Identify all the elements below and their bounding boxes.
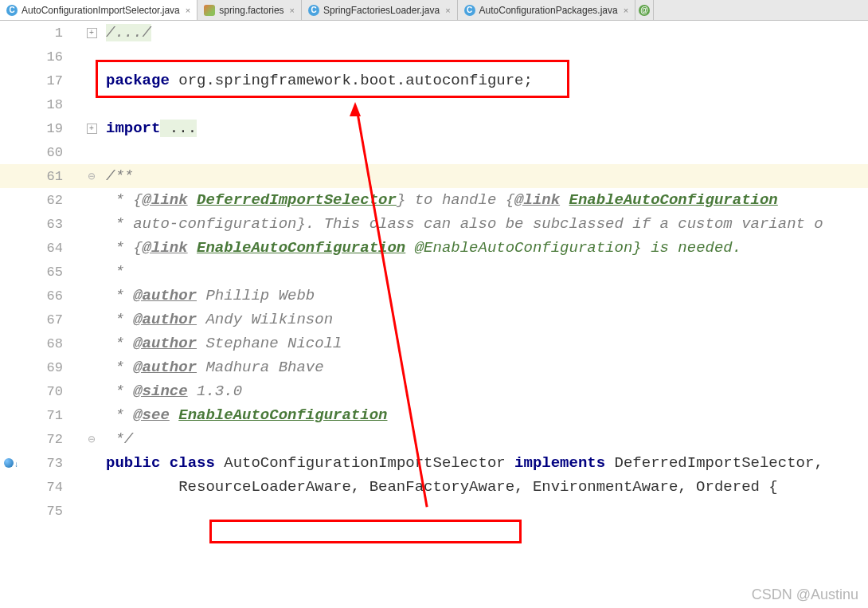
code-line[interactable]: 19 + import ... (0, 116, 868, 140)
tab-spring-factories[interactable]: spring.factories × (197, 0, 302, 20)
code-line[interactable]: 75 (0, 499, 868, 523)
javadoc-since-tag: @since (133, 382, 187, 400)
line-number: 64 (18, 241, 77, 256)
code-line[interactable]: 1 + /.../ (0, 21, 868, 45)
javadoc-tag: @link (143, 239, 188, 257)
fold-end-icon[interactable]: ⊖ (86, 433, 97, 445)
code-line[interactable]: 18 (0, 92, 868, 116)
tab-label: AutoConfigurationImportSelector.java (22, 5, 180, 16)
gutter-breakpoint[interactable]: ↓ (0, 458, 18, 468)
keyword-import: import (106, 120, 160, 137)
code-line[interactable]: 16 (0, 45, 868, 69)
java-class-icon: C (464, 5, 475, 16)
class-name: AutoConfigurationImportSelector (224, 454, 514, 472)
code-editor[interactable]: 1 + /.../ 16 17 package org.springframew… (0, 21, 868, 608)
code-line[interactable]: 72 ⊖ */ (0, 427, 868, 451)
close-icon[interactable]: × (288, 6, 295, 15)
line-number: 70 (18, 384, 77, 399)
fold-collapse-icon[interactable]: ⊖ (86, 171, 97, 182)
run-to-line-icon[interactable]: ↓ (4, 458, 14, 468)
java-class-icon: C (6, 5, 18, 16)
code-line[interactable]: 68 * @author Stephane Nicoll (0, 331, 868, 355)
tab-collapsed[interactable]: @ (635, 0, 654, 20)
javadoc-author-tag: @author (133, 359, 197, 376)
tab-autoconfigurationpackages[interactable]: C AutoConfigurationPackages.java × (458, 0, 636, 20)
fold-expand-icon[interactable]: + (87, 124, 97, 134)
line-number: 62 (18, 193, 77, 208)
javadoc-author-tag: @author (133, 311, 197, 328)
factories-file-icon (204, 5, 215, 16)
tab-autoconfigurationimportselector[interactable]: C AutoConfigurationImportSelector.java × (0, 0, 197, 20)
line-number: 60 (18, 145, 77, 160)
line-number: 74 (18, 480, 77, 495)
tab-label: AutoConfigurationPackages.java (479, 5, 618, 16)
fold-expand-icon[interactable]: + (87, 28, 97, 38)
code-line[interactable]: 63 * auto-configuration}. This class can… (0, 212, 868, 236)
tab-springfactoriesloader[interactable]: C SpringFactoriesLoader.java × (302, 0, 458, 20)
line-number: 69 (18, 360, 77, 375)
highlight-box-classname (209, 520, 522, 543)
code-line[interactable]: ↓ 73 public class AutoConfigurationImpor… (0, 451, 868, 475)
line-number: 72 (18, 432, 77, 447)
folded-comment: /.../ (106, 24, 151, 41)
javadoc-link[interactable]: EnableAutoConfiguration (197, 239, 405, 257)
line-number: 66 (18, 288, 77, 304)
java-class-icon: @ (639, 5, 650, 16)
tab-label: spring.factories (219, 5, 283, 16)
code-line[interactable]: 60 (0, 140, 868, 164)
code-line[interactable]: 70 * @since 1.3.0 (0, 379, 868, 403)
line-number: 63 (18, 217, 77, 232)
javadoc-start: /** (106, 167, 133, 185)
close-icon[interactable]: × (184, 6, 190, 15)
line-number: 68 (18, 336, 77, 351)
javadoc-see-tag: @see (133, 406, 170, 424)
code-line[interactable]: 17 package org.springframework.boot.auto… (0, 69, 868, 92)
javadoc-link[interactable]: EnableAutoConfiguration (569, 191, 778, 209)
line-number: 19 (18, 121, 77, 136)
code-line[interactable]: 64 * {@link EnableAutoConfiguration @Ena… (0, 236, 868, 260)
line-number: 65 (18, 265, 77, 280)
close-icon[interactable]: × (622, 6, 628, 15)
keyword-package: package (106, 72, 170, 89)
line-number: 71 (18, 408, 77, 423)
close-icon[interactable]: × (444, 6, 450, 15)
code-line[interactable]: 62 * {@link DeferredImportSelector} to h… (0, 188, 868, 212)
code-line[interactable]: 71 * @see EnableAutoConfiguration (0, 403, 868, 427)
line-number: 16 (18, 49, 77, 65)
package-name: org.springframework.boot.autoconfigure; (170, 72, 533, 89)
editor-tabs: C AutoConfigurationImportSelector.java ×… (0, 0, 868, 21)
javadoc-author-tag: @author (133, 335, 197, 352)
implements-list: ResourceLoaderAware, BeanFactoryAware, E… (106, 478, 778, 496)
javadoc-link[interactable]: EnableAutoConfiguration (178, 406, 387, 424)
watermark-text: CSDN @Austinu (752, 586, 858, 603)
code-line[interactable]: 69 * @author Madhura Bhave (0, 355, 868, 379)
line-number: 18 (18, 97, 77, 112)
code-line[interactable]: 67 * @author Andy Wilkinson (0, 308, 868, 331)
tab-label: SpringFactoriesLoader.java (323, 5, 440, 16)
folded-imports: ... (160, 120, 197, 137)
code-line[interactable]: 61 ⊖ /** (0, 164, 868, 188)
javadoc-end: */ (106, 430, 133, 448)
line-number: 73 (18, 456, 77, 471)
javadoc-author-tag: @author (133, 287, 197, 304)
code-line[interactable]: 66 * @author Phillip Webb (0, 284, 868, 308)
javadoc-tag: @link (143, 191, 188, 209)
code-line[interactable]: 74 ResourceLoaderAware, BeanFactoryAware… (0, 475, 868, 499)
line-number: 17 (18, 73, 77, 88)
java-class-icon: C (308, 5, 319, 16)
line-number: 75 (18, 504, 77, 519)
javadoc-tag: @link (514, 191, 560, 209)
javadoc-text: * auto-configuration}. This class can al… (106, 215, 823, 233)
code-line[interactable]: 65 * (0, 260, 868, 284)
javadoc-link[interactable]: DeferredImportSelector (197, 191, 397, 209)
line-number: 61 (18, 169, 77, 184)
line-number: 67 (18, 312, 77, 328)
line-number: 1 (18, 25, 77, 41)
